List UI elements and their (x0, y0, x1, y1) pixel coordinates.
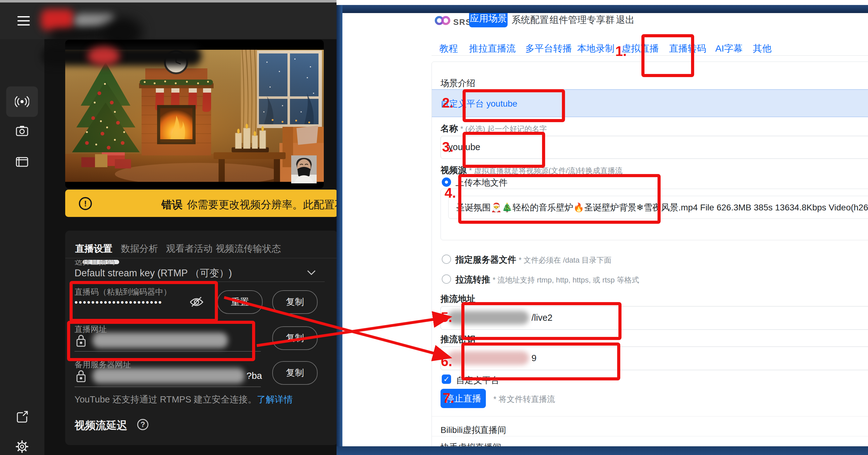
tab-other[interactable]: 其他 (753, 42, 771, 55)
partial-top-text: 选择直播码 (74, 260, 143, 265)
divider (65, 258, 337, 258)
backup-url-tail: ?ba (247, 370, 262, 381)
copy-stream-url-button[interactable]: 复制 (272, 326, 318, 350)
error-message: 你需要更改视频分辨率。此配置不支持当前的分辨 (187, 198, 337, 212)
radio-pull-label[interactable]: 拉流转推 * 流地址支持 rtmp, http, https, 或 rtsp 等… (456, 274, 639, 286)
nav-components[interactable]: 组件管理 (550, 14, 587, 26)
srs-console-window: SRS 应用场景 系统配置 组件管理 专享群 退出 教程 推拉直播流 多平台转播… (337, 0, 868, 455)
annotation-number-3: 3. (442, 139, 454, 155)
annotation-box-6 (461, 342, 620, 380)
channel-row-redacted (42, 46, 202, 66)
copy-backup-url-button[interactable]: 复制 (272, 361, 318, 385)
stream-latency-label: 视频流延迟 (74, 418, 127, 433)
tab-stream-health[interactable]: 视频流传输状态 (216, 243, 281, 255)
channel-avatar-redacted (88, 47, 120, 65)
reset-button[interactable]: 重置 (217, 290, 262, 314)
window-top-strip (0, 0, 337, 2)
section-intro-label: 场景介绍 (440, 77, 475, 89)
window-edge-bottom (337, 446, 868, 455)
name-label-text: 名称 (440, 124, 458, 133)
radio-server-label[interactable]: 指定服务器文件 * 文件必须在 /data 目录下面 (456, 254, 612, 266)
field-underline (74, 387, 261, 387)
rtmps-note-text: YouTube 还支持通过 RTMPS 建立安全连接。 (74, 394, 257, 404)
help-question-icon[interactable]: ? (137, 419, 148, 430)
screen: ! (0, 0, 868, 455)
copy-stream-key-button[interactable]: 复制 (272, 290, 318, 314)
radio-server-text: 指定服务器文件 (456, 255, 516, 264)
window-edge-top (337, 5, 868, 13)
nav-expert-group[interactable]: 专享群 (587, 14, 615, 26)
error-title: 错误 (161, 198, 183, 212)
annotation-box-stream-key (69, 281, 218, 322)
video-content-icon[interactable] (15, 155, 29, 169)
nav-system-config[interactable]: 系统配置 (512, 14, 549, 26)
external-link-icon[interactable] (15, 409, 29, 424)
annotation-number-4: 4. (444, 185, 456, 201)
stream-key-selector[interactable]: Default stream key (RTMP （可变）) (74, 267, 232, 280)
window-edge-left (337, 5, 342, 455)
divider (432, 416, 868, 417)
alert-icon: ! (79, 197, 92, 210)
tab-multi-platform[interactable]: 多平台转播 (525, 42, 572, 55)
srs-logo-icon (435, 14, 451, 27)
backup-url-redacted (93, 368, 245, 383)
annotation-number-1: 1. (615, 44, 627, 59)
tab-local-record[interactable]: 本地录制 (577, 42, 614, 55)
tab-viewer-activity[interactable]: 观看者活动 (166, 243, 213, 255)
annotation-number-5: 5. (441, 310, 452, 325)
radio-server-file[interactable] (442, 255, 451, 264)
annotation-box-4 (458, 174, 661, 224)
radio-pull-hint: * 流地址支持 rtmp, http, https, 或 rtsp 等格式 (493, 276, 639, 284)
tab-tutorial[interactable]: 教程 (439, 42, 458, 55)
stop-hint: * 将文件转直播流 (493, 394, 555, 405)
annotation-box-1 (641, 34, 694, 77)
live-broadcast-icon[interactable] (15, 94, 29, 109)
annotation-box-5 (461, 302, 621, 340)
annotation-box-stream-url (67, 321, 255, 361)
christmas-fireplace-video-frame (65, 50, 324, 182)
tab-ai-subtitle[interactable]: AI字幕 (715, 42, 743, 55)
tab-analytics[interactable]: 数据分析 (121, 243, 158, 255)
radio-pull-text: 拉流转推 (456, 275, 490, 284)
yt-header (0, 2, 337, 39)
nav-logout[interactable]: 退出 (616, 14, 634, 26)
webcam-selfie-overlay (291, 155, 317, 183)
tab-push-pull-stream[interactable]: 推拉直播流 (469, 42, 516, 55)
annotation-box-2 (463, 89, 565, 122)
youtube-studio-window: ! (0, 0, 337, 455)
settings-gear-icon[interactable] (15, 439, 29, 454)
divider (432, 436, 868, 436)
annotation-box-3 (463, 132, 545, 168)
bilibili-section-header[interactable]: Bilibili虚拟直播间 (440, 424, 506, 436)
lock-icon (76, 369, 86, 383)
chevron-down-icon[interactable] (307, 270, 316, 275)
radio-server-hint: * 文件必须在 /data 目录下面 (519, 256, 612, 264)
source-label-text: 视频源 (440, 165, 467, 175)
camera-icon[interactable] (15, 124, 29, 138)
radio-pull-forward[interactable] (442, 275, 451, 284)
annotation-number-2: 2. (442, 95, 454, 111)
yt-logo-redacted (41, 9, 74, 30)
tab-live-settings[interactable]: 直播设置 (75, 243, 113, 255)
annotation-number-7: 7. (443, 390, 454, 406)
hamburger-menu-icon[interactable] (18, 16, 30, 26)
clipped-row: 选择直播码 (74, 260, 143, 265)
custom-platform-checkbox[interactable]: ✓ (442, 374, 451, 384)
error-banner: ! 错误 你需要更改视频分辨率。此配置不支持当前的分辨 (65, 190, 337, 217)
annotation-number-6: 6. (441, 354, 452, 369)
rtmps-note: YouTube 还支持通过 RTMPS 建立安全连接。了解详情 (74, 394, 293, 406)
yt-sidebar: ! (0, 39, 44, 455)
learn-more-link[interactable]: 了解详情 (257, 394, 293, 404)
